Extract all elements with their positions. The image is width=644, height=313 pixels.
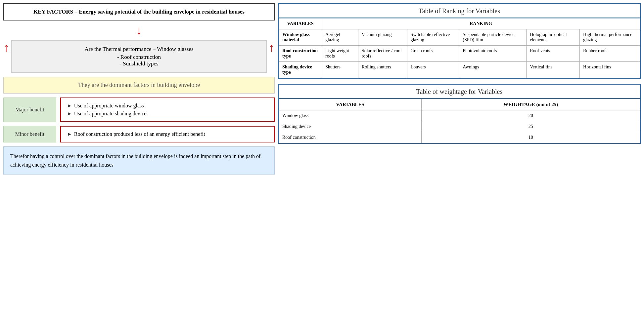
ranking-variable-cell: Window glass material	[279, 29, 322, 46]
checkmark-icon-1: ►	[67, 103, 72, 109]
weightage-col-weightage: WEIGHTAGE (out of 25)	[422, 99, 640, 110]
major-benefit-content: ► Use of appropriate window glass ► Use …	[60, 98, 275, 122]
ranking-value-cell: Aerogel glazing	[322, 29, 358, 46]
weightage-value-cell: 20	[422, 110, 640, 121]
minor-benefit-item-1: ► Roof construction produced less of an …	[67, 131, 268, 137]
major-benefit-item-2: ► Use of appropriate shading devices	[67, 111, 268, 117]
weightage-variable-cell: Shading device	[279, 121, 422, 132]
ranking-col-ranking: RANKING	[322, 19, 640, 29]
thermal-box: Are the Thermal performance – Window gla…	[11, 40, 267, 73]
thermal-line1: Are the Thermal performance – Window gla…	[18, 46, 260, 53]
minor-benefit-content: ► Roof construction produced less of an …	[60, 126, 275, 142]
weightage-variable-cell: Roof construction	[279, 132, 422, 143]
ranking-value-cell: Shutters	[322, 62, 358, 78]
ranking-value-cell: Horizontal fins	[580, 62, 640, 78]
ranking-value-cell: Vacuum glazing	[358, 29, 407, 46]
dominant-box: They are the dominant factors in buildin…	[3, 77, 275, 94]
conclusion-box: Therefor having a control over the domin…	[3, 146, 275, 175]
weightage-table-container: Table of weightage for Variables VARIABL…	[278, 84, 641, 144]
ranking-value-cell: Vertical fins	[527, 62, 580, 78]
ranking-value-cell: Solar reflective / cool roofs	[358, 46, 407, 62]
major-benefit-item-1: ► Use of appropriate window glass	[67, 103, 268, 109]
ranking-value-cell: Suspendable particle device (SPD) film	[459, 29, 527, 46]
weightage-table-row: Shading device25	[279, 121, 640, 132]
ranking-value-cell: Photovoltaic roofs	[459, 46, 527, 62]
arrow-down-icon: ↓	[3, 24, 275, 36]
ranking-value-cell: Rolling shutters	[358, 62, 407, 78]
ranking-value-cell: High thermal performance glazing	[580, 29, 640, 46]
weightage-value-cell: 10	[422, 132, 640, 143]
major-benefit-item-1-text: Use of appropriate window glass	[74, 103, 144, 109]
ranking-table-row: Roof construction typeLight weight roofs…	[279, 46, 640, 62]
minor-benefit-label: Minor benefit	[3, 126, 56, 142]
ranking-variable-cell: Shading device type	[279, 62, 322, 78]
major-benefit-item-2-text: Use of appropriate shading devices	[74, 111, 149, 117]
left-panel: KEY FACTORS – Energy saving potential of…	[3, 3, 275, 310]
ranking-table-row: Shading device typeShuttersRolling shutt…	[279, 62, 640, 78]
weightage-col-variables: VARIABLES	[279, 99, 422, 110]
thermal-line2: - Roof construction	[18, 54, 260, 60]
benefit-section: Major benefit ► Use of appropriate windo…	[3, 98, 275, 142]
ranking-table-row: Window glass materialAerogel glazingVacu…	[279, 29, 640, 46]
weightage-table-row: Window glass20	[279, 110, 640, 121]
ranking-table-container: Table of Ranking for Variables VARIABLES…	[278, 3, 641, 79]
ranking-table-title: Table of Ranking for Variables	[279, 4, 640, 18]
key-factors-title: KEY FACTORS – Energy saving potential of…	[33, 9, 245, 15]
minor-benefit-item-1-text: Roof construction produced less of an en…	[74, 131, 205, 137]
weightage-value-cell: 25	[422, 121, 640, 132]
major-benefit-row: Major benefit ► Use of appropriate windo…	[3, 98, 275, 122]
ranking-value-cell: Roof vents	[527, 46, 580, 62]
thermal-line3: - Sunshield types	[18, 60, 260, 67]
ranking-value-cell: Awnings	[459, 62, 527, 78]
conclusion-text: Therefor having a control over the domin…	[10, 153, 260, 168]
ranking-value-cell: Rubber roofs	[580, 46, 640, 62]
ranking-value-cell: Holographic optical elements	[527, 29, 580, 46]
major-benefit-label: Major benefit	[3, 98, 56, 122]
right-panel: Table of Ranking for Variables VARIABLES…	[278, 3, 641, 310]
ranking-value-cell: Switchable reflective glazing	[407, 29, 459, 46]
arrow-up-left-icon: ↑	[3, 42, 9, 54]
weightage-table-title: Table of weightage for Variables	[279, 85, 640, 99]
ranking-col-variables: VARIABLES	[279, 19, 322, 29]
arrow-up-right-icon: ↑	[269, 42, 275, 54]
ranking-value-cell: Light weight roofs	[322, 46, 358, 62]
ranking-variable-cell: Roof construction type	[279, 46, 322, 62]
checkmark-icon-2: ►	[67, 111, 72, 117]
minor-benefit-row: Minor benefit ► Roof construction produc…	[3, 126, 275, 142]
weightage-variable-cell: Window glass	[279, 110, 422, 121]
ranking-value-cell: Green roofs	[407, 46, 459, 62]
dominant-text: They are the dominant factors in buildin…	[78, 82, 200, 88]
weightage-table-row: Roof construction10	[279, 132, 640, 143]
weightage-table: VARIABLES WEIGHTAGE (out of 25) Window g…	[279, 99, 640, 143]
checkmark-icon-3: ►	[67, 131, 72, 137]
key-factors-box: KEY FACTORS – Energy saving potential of…	[3, 3, 275, 20]
ranking-value-cell: Louvers	[407, 62, 459, 78]
ranking-table: VARIABLES RANKING Window glass materialA…	[279, 18, 640, 78]
